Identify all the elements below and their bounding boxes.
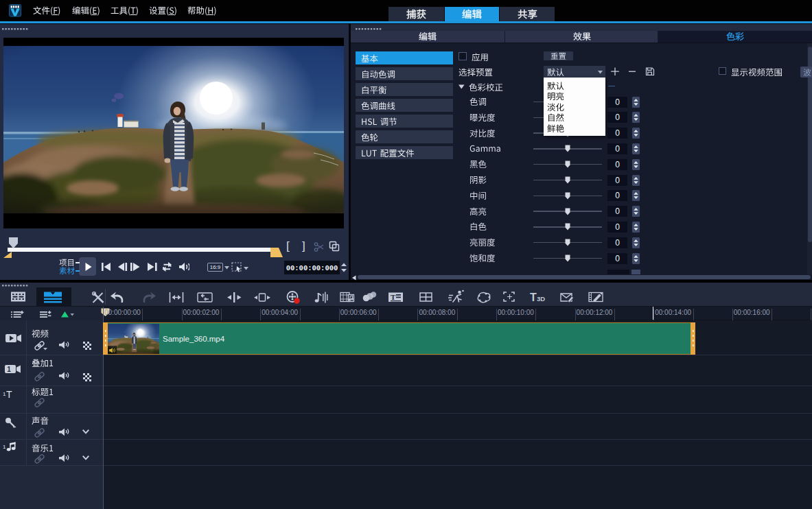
svg-text:T: T <box>391 293 396 301</box>
svg-text:1: 1 <box>7 366 11 373</box>
svg-text:T: T <box>530 292 537 303</box>
svg-text:T: T <box>6 389 12 400</box>
svg-text:1: 1 <box>3 444 6 450</box>
svg-text:3D: 3D <box>537 295 545 303</box>
